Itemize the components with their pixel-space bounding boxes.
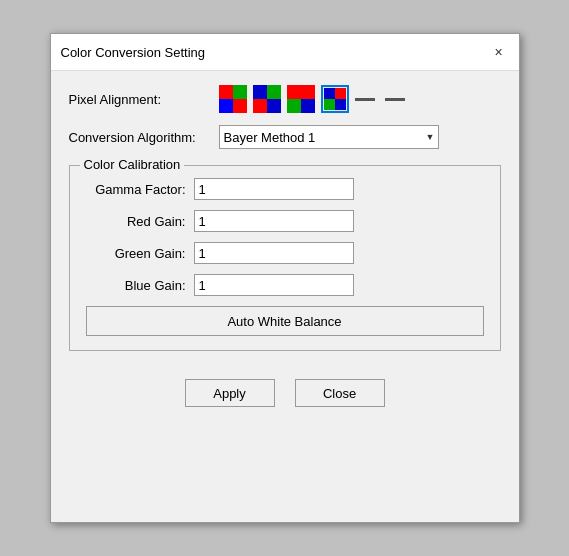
conversion-algorithm-row: Conversion Algorithm: Bayer Method 1 Bay… (69, 125, 501, 149)
pixel-icon-5[interactable] (355, 98, 405, 101)
svg-rect-0 (219, 85, 233, 99)
svg-rect-2 (219, 99, 233, 113)
title-bar: Color Conversion Setting × (51, 34, 519, 71)
close-icon[interactable]: × (489, 42, 509, 62)
red-gain-row: Red Gain: (86, 210, 484, 232)
blue-gain-row: Blue Gain: (86, 274, 484, 296)
pixel-alignment-label: Pixel Alignment: (69, 92, 219, 107)
apply-button[interactable]: Apply (185, 379, 275, 407)
blue-gain-label: Blue Gain: (86, 278, 186, 293)
pixel-icon-2[interactable] (253, 85, 281, 113)
color-calibration-group: Color Calibration Gamma Factor: Red Gain… (69, 165, 501, 351)
blue-gain-input[interactable] (194, 274, 354, 296)
svg-rect-6 (253, 99, 267, 113)
pixel-icon-1[interactable] (219, 85, 247, 113)
gamma-factor-row: Gamma Factor: (86, 178, 484, 200)
algorithm-select[interactable]: Bayer Method 1 Bayer Method 2 Bayer Meth… (219, 125, 439, 149)
pixel-alignment-icons (219, 85, 405, 113)
close-button[interactable]: Close (295, 379, 385, 407)
gamma-factor-label: Gamma Factor: (86, 182, 186, 197)
svg-rect-8 (287, 85, 301, 99)
svg-rect-10 (287, 99, 301, 113)
dialog-content: Pixel Alignment: (51, 71, 519, 522)
svg-rect-9 (301, 85, 315, 99)
pixel-alignment-row: Pixel Alignment: (69, 85, 501, 113)
svg-rect-11 (301, 99, 315, 113)
svg-rect-14 (324, 99, 335, 110)
svg-rect-7 (267, 99, 281, 113)
svg-rect-3 (233, 99, 247, 113)
algorithm-select-wrapper: Bayer Method 1 Bayer Method 2 Bayer Meth… (219, 125, 439, 149)
dialog-footer: Apply Close (69, 367, 501, 423)
dialog-title: Color Conversion Setting (61, 45, 206, 60)
group-legend: Color Calibration (80, 157, 185, 172)
svg-rect-1 (233, 85, 247, 99)
pixel-icon-4[interactable] (321, 85, 349, 113)
svg-rect-13 (335, 88, 346, 99)
green-gain-row: Green Gain: (86, 242, 484, 264)
svg-rect-5 (267, 85, 281, 99)
red-gain-input[interactable] (194, 210, 354, 232)
svg-rect-4 (253, 85, 267, 99)
svg-rect-15 (335, 99, 346, 110)
dialog-window: Color Conversion Setting × Pixel Alignme… (50, 33, 520, 523)
auto-white-balance-button[interactable]: Auto White Balance (86, 306, 484, 336)
conversion-algorithm-label: Conversion Algorithm: (69, 130, 219, 145)
red-gain-label: Red Gain: (86, 214, 186, 229)
green-gain-input[interactable] (194, 242, 354, 264)
svg-rect-12 (324, 88, 335, 99)
green-gain-label: Green Gain: (86, 246, 186, 261)
gamma-factor-input[interactable] (194, 178, 354, 200)
pixel-icon-3[interactable] (287, 85, 315, 113)
